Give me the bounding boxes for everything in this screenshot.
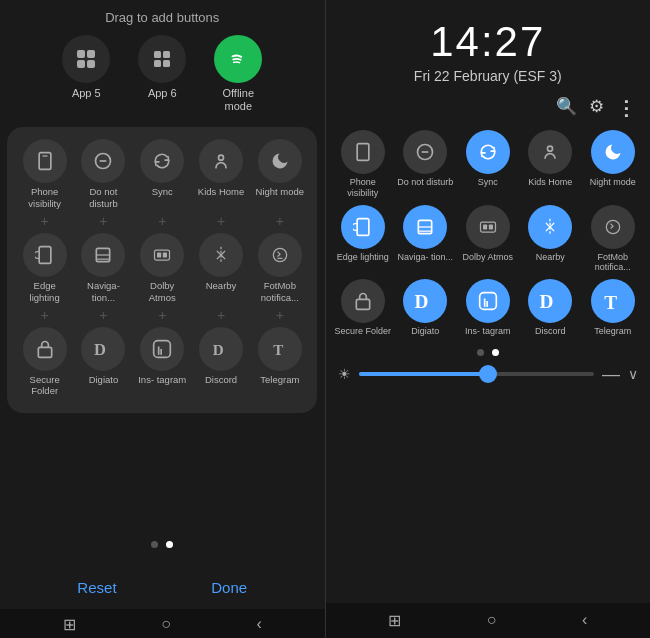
brightness-expand-icon[interactable]: ∨ bbox=[628, 366, 638, 382]
edge-lighting-item[interactable]: Edge lighting bbox=[19, 233, 71, 303]
dnd-item[interactable]: Do not disturb bbox=[77, 139, 129, 209]
reset-button[interactable]: Reset bbox=[77, 579, 116, 596]
tile-edge-icon bbox=[341, 205, 385, 249]
navigation-item[interactable]: Naviga- tion... bbox=[77, 233, 129, 303]
tile-discord[interactable]: D Discord bbox=[521, 279, 580, 337]
done-button[interactable]: Done bbox=[211, 579, 247, 596]
kids-home-item[interactable]: Kids Home bbox=[195, 139, 247, 209]
dnd-icon bbox=[81, 139, 125, 183]
tile-telegram-label: Telegram bbox=[594, 326, 631, 337]
svg-rect-18 bbox=[155, 250, 170, 260]
tile-phone-vis[interactable]: Phone visibility bbox=[334, 130, 393, 199]
app5-label: App 5 bbox=[72, 87, 101, 100]
plus-7: + bbox=[77, 307, 129, 323]
discord-icon: D bbox=[199, 327, 243, 371]
nav-right-recent-icon[interactable]: ⊞ bbox=[388, 611, 401, 630]
nav-right-back-icon[interactable]: ‹ bbox=[582, 611, 587, 630]
more-icon[interactable]: ⋮ bbox=[616, 96, 636, 120]
tile-phone-vis-label: Phone visibility bbox=[334, 177, 393, 199]
grid-row-3: Secure Folder D Digiato Ins- tagram D Di… bbox=[15, 327, 309, 397]
fotmob-label: FotMob notifica... bbox=[254, 280, 306, 303]
plus-2: + bbox=[77, 213, 129, 229]
nav-back-icon[interactable]: ‹ bbox=[256, 615, 261, 634]
tile-nearby[interactable]: Nearby bbox=[521, 205, 580, 274]
clock-area: 14:27 Fri 22 February (ESF 3) bbox=[326, 0, 651, 92]
tile-dolby[interactable]: Dolby Atmos bbox=[459, 205, 518, 274]
secure-label: Secure Folder bbox=[19, 374, 71, 397]
plus-row-2: + + + + + bbox=[15, 307, 309, 323]
tile-dnd[interactable]: Do not disturb bbox=[396, 130, 455, 199]
tile-digiato[interactable]: D Digiato bbox=[396, 279, 455, 337]
right-panel: 14:27 Fri 22 February (ESF 3) 🔍 ⚙ ⋮ Phon… bbox=[326, 0, 651, 638]
tile-sync-icon bbox=[466, 130, 510, 174]
fotmob-item[interactable]: FotMob notifica... bbox=[254, 233, 306, 303]
qs-grid: Phone visibility Do not disturb Sync Kid… bbox=[326, 124, 651, 341]
search-icon[interactable]: 🔍 bbox=[556, 96, 577, 120]
left-panel: Drag to add buttons App 5 bbox=[0, 0, 325, 638]
tile-nav-label: Naviga- tion... bbox=[397, 252, 453, 263]
night-icon bbox=[258, 139, 302, 183]
app5-item[interactable]: App 5 bbox=[57, 35, 115, 113]
kids-icon bbox=[199, 139, 243, 183]
nearby-icon bbox=[199, 233, 243, 277]
svg-rect-20 bbox=[163, 253, 167, 258]
sync-item[interactable]: Sync bbox=[136, 139, 188, 209]
page-dots-left bbox=[0, 541, 325, 548]
tile-instagram-icon bbox=[466, 279, 510, 323]
tile-night[interactable]: Night mode bbox=[584, 130, 643, 199]
tile-kids-label: Kids Home bbox=[528, 177, 572, 188]
svg-rect-40 bbox=[483, 224, 487, 229]
tile-fotmob[interactable]: FotMob notifica... bbox=[584, 205, 643, 274]
discord-item[interactable]: D Discord bbox=[195, 327, 247, 397]
phone-vis-item[interactable]: Phone visibility bbox=[19, 139, 71, 209]
svg-rect-28 bbox=[158, 346, 160, 354]
secure-folder-item[interactable]: Secure Folder bbox=[19, 327, 71, 397]
night-mode-item[interactable]: Night mode bbox=[254, 139, 306, 209]
svg-point-13 bbox=[219, 156, 224, 161]
tile-telegram[interactable]: T Telegram bbox=[584, 279, 643, 337]
tile-edge[interactable]: Edge lighting bbox=[334, 205, 393, 274]
tile-discord-icon: D bbox=[528, 279, 572, 323]
app6-label: App 6 bbox=[148, 87, 177, 100]
svg-rect-6 bbox=[154, 60, 161, 67]
tile-nav[interactable]: Naviga- tion... bbox=[396, 205, 455, 274]
tile-kids[interactable]: Kids Home bbox=[521, 130, 580, 199]
offline-icon bbox=[214, 35, 262, 83]
plus-8: + bbox=[136, 307, 188, 323]
action-row: Reset Done bbox=[0, 579, 325, 596]
tile-instagram[interactable]: Ins- tagram bbox=[459, 279, 518, 337]
clock-time: 14:27 bbox=[326, 18, 651, 66]
svg-rect-27 bbox=[161, 349, 163, 355]
tile-nearby-label: Nearby bbox=[536, 252, 565, 263]
tile-discord-label: Discord bbox=[535, 326, 566, 337]
app6-icon bbox=[138, 35, 186, 83]
instagram-item[interactable]: Ins- tagram bbox=[136, 327, 188, 397]
grid-section: Phone visibility Do not disturb Sync Kid… bbox=[7, 127, 317, 412]
svg-rect-0 bbox=[77, 50, 85, 58]
tile-sync[interactable]: Sync bbox=[459, 130, 518, 199]
tile-kids-icon bbox=[528, 130, 572, 174]
digiato-item[interactable]: D Digiato bbox=[77, 327, 129, 397]
fotmob-icon bbox=[258, 233, 302, 277]
settings-icon[interactable]: ⚙ bbox=[589, 96, 604, 120]
instagram-icon bbox=[140, 327, 184, 371]
brightness-slider[interactable] bbox=[359, 372, 595, 376]
app6-item[interactable]: App 6 bbox=[133, 35, 191, 113]
brightness-row[interactable]: ☀ — ∨ bbox=[326, 356, 651, 389]
nearby-label: Nearby bbox=[206, 280, 237, 291]
svg-rect-39 bbox=[480, 222, 495, 232]
nearby-item[interactable]: Nearby bbox=[195, 233, 247, 303]
tile-secure[interactable]: Secure Folder bbox=[334, 279, 393, 337]
tile-sync-label: Sync bbox=[478, 177, 498, 188]
tile-dnd-icon bbox=[403, 130, 447, 174]
nav-icon bbox=[81, 233, 125, 277]
nav-right-home-icon[interactable]: ○ bbox=[487, 611, 497, 630]
offline-mode-item[interactable]: Offline mode bbox=[209, 35, 267, 113]
nav-home-icon[interactable]: ○ bbox=[161, 615, 171, 634]
telegram-item[interactable]: T Telegram bbox=[254, 327, 306, 397]
sync-label: Sync bbox=[152, 186, 173, 197]
nav-recent-icon[interactable]: ⊞ bbox=[63, 615, 76, 634]
brightness-fill bbox=[359, 372, 489, 376]
dolby-item[interactable]: Dolby Atmos bbox=[136, 233, 188, 303]
edge-icon bbox=[23, 233, 67, 277]
